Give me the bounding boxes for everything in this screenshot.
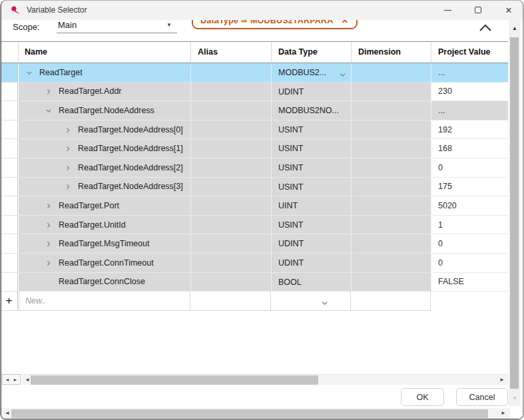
cancel-button[interactable]: Cancel <box>456 388 508 406</box>
chevron-right-icon[interactable] <box>65 126 71 133</box>
ok-button[interactable]: OK <box>401 388 444 406</box>
scroll-left-icon[interactable]: ◄ <box>25 377 30 383</box>
data-type-cell[interactable]: MODBUS2... <box>278 68 326 77</box>
collapse-filter-button[interactable] <box>479 23 492 33</box>
data-type-cell[interactable]: USINT <box>278 220 304 230</box>
table-row[interactable]: ReadTarget.ConnTimeout UDINT 0 <box>1 254 508 273</box>
project-value-cell[interactable]: 168 <box>431 139 508 158</box>
new-data-type-cell[interactable] <box>271 292 351 311</box>
scroll-down-icon[interactable]: ▼ <box>509 395 521 401</box>
table-row[interactable]: ReadTarget.NodeAddress[1] USINT 168 <box>1 139 508 158</box>
new-variable-row[interactable]: +New.. <box>1 292 508 311</box>
data-type-cell[interactable]: USINT <box>278 182 304 192</box>
scroll-right-icon[interactable]: ► <box>499 377 505 383</box>
project-value-cell[interactable]: ... <box>431 101 508 120</box>
row-header-cell[interactable] <box>1 216 18 235</box>
name-cell[interactable]: ReadTarget.ConnTimeout <box>19 254 154 272</box>
chevron-right-icon[interactable] <box>45 88 52 95</box>
chevron-right-icon[interactable] <box>45 222 52 228</box>
v-scroll-thumb[interactable] <box>510 37 519 389</box>
row-header-cell[interactable] <box>1 254 18 273</box>
data-type-cell[interactable]: BOOL <box>278 278 302 287</box>
project-value-cell[interactable]: 5020 <box>431 196 508 215</box>
chevron-right-icon[interactable] <box>45 260 52 266</box>
data-type-cell[interactable]: UINT <box>278 201 298 210</box>
column-nav-buttons[interactable]: ◄► <box>2 374 21 385</box>
table-row[interactable]: ReadTarget MODBUS2... ... <box>1 63 508 83</box>
project-value-cell[interactable]: 192 <box>431 120 508 139</box>
name-cell[interactable]: ReadTarget.ConnClose <box>19 273 145 292</box>
row-header-cell[interactable] <box>1 234 18 254</box>
data-type-cell[interactable]: UDINT <box>278 239 304 248</box>
row-header-cell[interactable] <box>1 63 18 83</box>
project-value-cell[interactable]: 230 <box>431 83 508 101</box>
name-cell[interactable]: ReadTarget.UnitId <box>19 216 126 234</box>
row-header-cell[interactable] <box>1 120 18 140</box>
remove-filter-icon[interactable]: ✕ <box>342 20 349 25</box>
table-row[interactable]: ReadTarget.ConnClose BOOL FALSE <box>1 273 508 292</box>
new-alias-cell[interactable] <box>190 292 271 311</box>
project-value-cell[interactable]: 1 <box>431 216 508 234</box>
name-cell[interactable]: ReadTarget <box>19 63 83 82</box>
chevron-right-icon[interactable] <box>45 240 52 247</box>
data-type-cell[interactable]: UDINT <box>278 87 304 97</box>
table-row[interactable]: ReadTarget.MsgTimeout UDINT 0 <box>1 234 508 254</box>
table-row[interactable]: ReadTarget.NodeAddress[0] USINT 192 <box>1 120 508 140</box>
table-row[interactable]: ReadTarget.Port UINT 5020 <box>1 196 508 216</box>
chevron-right-icon[interactable] <box>65 183 71 190</box>
data-type-cell[interactable]: UDINT <box>278 258 304 268</box>
scope-combobox[interactable]: Main ▼ <box>57 20 177 33</box>
data-type-dropdown-icon[interactable] <box>339 69 346 77</box>
row-header-cell[interactable] <box>1 178 18 197</box>
project-value-cell[interactable]: 0 <box>431 254 508 272</box>
project-value-cell[interactable]: FALSE <box>431 273 508 292</box>
data-type-cell[interactable]: MODBUS2NO... <box>278 106 339 115</box>
data-type-cell[interactable]: USINT <box>278 125 304 134</box>
name-cell[interactable]: ReadTarget.NodeAddress[2] <box>19 158 183 177</box>
name-cell[interactable]: ReadTarget.NodeAddress[0] <box>19 120 183 139</box>
filter-chip[interactable]: DataType ≃ MODBUS2TARPARA ✕ <box>192 20 358 29</box>
maximize-button[interactable] <box>463 0 493 20</box>
table-row[interactable]: ReadTarget.NodeAddress MODBUS2NO... ... <box>1 101 508 120</box>
chevron-right-icon[interactable] <box>65 164 71 171</box>
project-value-cell[interactable]: 175 <box>431 178 508 196</box>
new-dimension-cell[interactable] <box>351 292 431 311</box>
project-value-cell[interactable]: ... <box>431 63 508 82</box>
h-scroll-thumb[interactable] <box>31 375 318 385</box>
h-scroll-track[interactable]: ◄ ► <box>21 374 508 385</box>
chevron-down-icon[interactable] <box>26 69 33 76</box>
project-value-cell[interactable]: 0 <box>431 234 508 253</box>
dialog-horizontal-scrollbar[interactable]: ◄ ► <box>1 408 510 419</box>
data-type-cell[interactable]: USINT <box>278 163 304 172</box>
scroll-right-icon[interactable]: ► <box>501 411 506 416</box>
h-scroll-thumb[interactable] <box>11 409 488 418</box>
dialog-vertical-scrollbar[interactable]: ▲ ▼ <box>509 20 521 406</box>
data-type-cell[interactable]: USINT <box>278 144 304 153</box>
scroll-up-icon[interactable]: ▲ <box>509 25 521 31</box>
name-cell[interactable]: ReadTarget.NodeAddress[3] <box>19 178 183 196</box>
close-button[interactable]: ✕ <box>493 0 524 20</box>
table-row[interactable]: ReadTarget.NodeAddress[3] USINT 175 <box>1 178 508 197</box>
row-header-cell[interactable] <box>1 273 18 292</box>
table-row[interactable]: ReadTarget.Addr UDINT 230 <box>1 83 508 102</box>
minimize-button[interactable] <box>432 0 463 20</box>
table-row[interactable]: ReadTarget.UnitId USINT 1 <box>1 216 508 235</box>
data-type-dropdown-icon[interactable] <box>321 298 328 305</box>
row-header-cell[interactable] <box>1 196 18 216</box>
chevron-right-icon[interactable] <box>65 145 71 152</box>
name-cell[interactable]: ReadTarget.MsgTimeout <box>19 234 149 253</box>
row-header-cell[interactable] <box>1 139 18 158</box>
row-header-cell[interactable] <box>1 158 18 178</box>
name-cell[interactable]: ReadTarget.Port <box>19 196 119 215</box>
chevron-right-icon[interactable] <box>45 202 52 209</box>
chevron-down-icon[interactable] <box>45 107 52 114</box>
name-cell[interactable]: ReadTarget.NodeAddress[1] <box>19 139 183 158</box>
name-cell[interactable]: ReadTarget.NodeAddress <box>19 101 154 120</box>
row-header-cell[interactable] <box>1 101 18 120</box>
scroll-left-icon[interactable]: ◄ <box>5 411 10 416</box>
table-row[interactable]: ReadTarget.NodeAddress[2] USINT 0 <box>1 158 508 178</box>
project-value-cell[interactable]: 0 <box>431 158 508 177</box>
row-header-cell[interactable] <box>1 83 18 102</box>
add-row-cell[interactable]: + <box>1 292 18 311</box>
name-cell[interactable]: ReadTarget.Addr <box>19 83 122 101</box>
